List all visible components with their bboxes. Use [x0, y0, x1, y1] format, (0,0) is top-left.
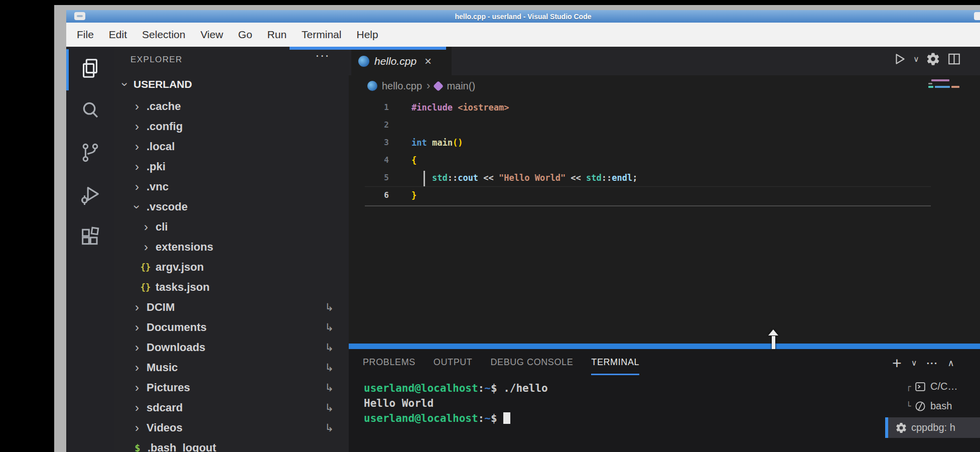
menu-item-edit[interactable]: Edit — [101, 27, 134, 42]
sidebar-header: EXPLORER ··· — [114, 47, 349, 73]
terminal-list-item-terminal[interactable]: ┌C/C… — [885, 377, 980, 396]
panel-tab-debug-console[interactable]: DEBUG CONSOLE — [490, 351, 573, 375]
explorer-sidebar: EXPLORER ··· › USERLAND ›.cache›.config›… — [114, 47, 349, 452]
tree-item-local[interactable]: ›.local — [114, 137, 349, 157]
symlink-arrow-icon: ↳ — [325, 342, 334, 354]
code-line-1[interactable]: 1#include <iostream> — [349, 98, 980, 116]
more-actions-icon[interactable]: ··· — [315, 48, 330, 63]
line-number: 2 — [349, 120, 389, 130]
minimap-line — [928, 83, 932, 84]
code-line-3[interactable]: 3int main() — [349, 134, 980, 151]
editor-actions: ∨ — [892, 52, 961, 66]
panel-resize-sash[interactable] — [349, 344, 980, 349]
chevron-right-icon: › — [131, 302, 143, 313]
tree-root-userland[interactable]: › USERLAND — [114, 74, 349, 94]
tree-item-label: argv.json — [156, 261, 204, 274]
tree-item-downloads[interactable]: ›Downloads↳ — [114, 337, 349, 358]
panel-tab-output[interactable]: OUTPUT — [434, 351, 473, 375]
tree-guide: ┌ — [906, 382, 914, 391]
minimap-line — [951, 86, 959, 88]
tree-item-sdcard[interactable]: ›sdcard↳ — [114, 398, 349, 418]
search-icon[interactable] — [79, 99, 102, 122]
gear-icon[interactable] — [926, 52, 940, 66]
minimap[interactable] — [931, 79, 949, 81]
tree-item-extensions[interactable]: ›extensions — [114, 237, 349, 257]
close-icon[interactable]: × — [425, 56, 432, 66]
code-text: #include <iostream> — [389, 102, 509, 112]
window-control-button[interactable] — [974, 12, 980, 20]
menu-item-terminal[interactable]: Terminal — [294, 27, 349, 42]
tree-item-cli[interactable]: ›cli — [114, 217, 349, 237]
line-number: 4 — [349, 155, 389, 165]
tab-label: hello.cpp — [374, 55, 416, 67]
menu-item-help[interactable]: Help — [349, 27, 385, 42]
menu-item-view[interactable]: View — [193, 27, 230, 42]
menu-item-selection[interactable]: Selection — [134, 27, 193, 42]
chevron-right-icon: › — [131, 362, 143, 373]
panel-tabs: PROBLEMSOUTPUTDEBUG CONSOLETERMINAL — [363, 351, 639, 375]
extensions-icon[interactable] — [79, 225, 102, 249]
breadcrumb-symbol[interactable]: main() — [447, 80, 475, 92]
minimap-line — [935, 86, 950, 88]
explorer-icon[interactable] — [79, 57, 102, 80]
terminal-profile-dropdown-icon[interactable]: ∨ — [911, 359, 917, 367]
active-view-indicator — [66, 49, 69, 90]
symlink-arrow-icon: ↳ — [325, 301, 334, 313]
new-terminal-icon[interactable]: + — [892, 355, 902, 371]
tree-item-tasks-json[interactable]: {}tasks.json — [114, 277, 349, 297]
tree-item-pki[interactable]: ›.pki — [114, 157, 349, 177]
split-editor-icon[interactable] — [947, 52, 961, 66]
tree-item-cache[interactable]: ›.cache — [114, 96, 349, 117]
tree-root-label: USERLAND — [133, 78, 192, 90]
menu-item-file[interactable]: File — [69, 27, 101, 42]
title-bar[interactable]: hello.cpp - userland - Visual Studio Cod… — [66, 10, 980, 23]
breadcrumb[interactable]: hello.cpp › main() — [367, 76, 475, 95]
tree-item-label: cli — [156, 220, 168, 234]
source-control-icon[interactable] — [79, 141, 102, 164]
tree-item-label: .bash_logout — [148, 441, 216, 452]
run-and-debug-icon[interactable] — [79, 183, 102, 206]
line-number: 5 — [349, 173, 389, 182]
tree-item-vscode[interactable]: ›.vscode — [114, 197, 349, 217]
maximize-panel-icon[interactable]: ∧ — [947, 359, 954, 368]
tree-guide: └ — [906, 401, 914, 411]
terminal-list-label: bash — [930, 400, 952, 412]
tree-item-config[interactable]: ›.config — [114, 117, 349, 137]
panel-tab-problems[interactable]: PROBLEMS — [363, 351, 415, 375]
tree-item-argv-json[interactable]: {}argv.json — [114, 257, 349, 277]
tree-item-dcim[interactable]: ›DCIM↳ — [114, 297, 349, 317]
tree-item-label: DCIM — [147, 301, 175, 314]
code-line-6[interactable]: 6} — [349, 186, 980, 204]
terminal-icon — [914, 381, 926, 393]
run-dropdown-chevron-icon[interactable]: ∨ — [913, 54, 919, 64]
chevron-right-icon: › — [427, 79, 430, 92]
code-line-5[interactable]: 5 std::cout << "Hello World" << std::end… — [349, 169, 980, 186]
panel-actions: +∨···∧ — [892, 352, 954, 375]
menu-item-run[interactable]: Run — [260, 27, 295, 42]
tree-item-label: Music — [147, 361, 178, 374]
window-menu-button[interactable] — [74, 12, 85, 20]
code-line-4[interactable]: 4{ — [349, 151, 980, 169]
bash-icon — [914, 400, 926, 412]
tree-item-videos[interactable]: ›Videos↳ — [114, 418, 349, 438]
code-line-2[interactable]: 2 — [349, 116, 980, 134]
tree-item-documents[interactable]: ›Documents↳ — [114, 317, 349, 337]
more-actions-icon[interactable]: ··· — [926, 358, 938, 368]
run-icon[interactable] — [892, 52, 907, 66]
terminal-list-item-bash[interactable]: └bash — [885, 396, 980, 416]
tree-item-vnc[interactable]: ›.vnc — [114, 177, 349, 197]
breadcrumb-file[interactable]: hello.cpp — [382, 80, 422, 92]
panel-tab-terminal[interactable]: TERMINAL — [591, 351, 639, 375]
chevron-right-icon: › — [131, 342, 143, 353]
cpp-file-icon — [358, 56, 369, 67]
tab-hello-cpp[interactable]: hello.cpp × — [351, 47, 452, 75]
menu-item-go[interactable]: Go — [231, 27, 260, 42]
line-number: 1 — [349, 102, 389, 112]
tree-item-pictures[interactable]: ›Pictures↳ — [114, 378, 349, 398]
terminal-output[interactable]: userland@localhost:~$ ./helloHello World… — [364, 381, 548, 426]
tree-item-bash_logout[interactable]: $.bash_logout — [114, 438, 349, 452]
tree-item-music[interactable]: ›Music↳ — [114, 358, 349, 378]
chevron-down-icon: › — [131, 201, 143, 212]
terminal-line: userland@localhost:~$ ./hello — [364, 381, 548, 396]
terminal-list-item-debug-gear[interactable]: cppdbg: h — [885, 417, 980, 438]
